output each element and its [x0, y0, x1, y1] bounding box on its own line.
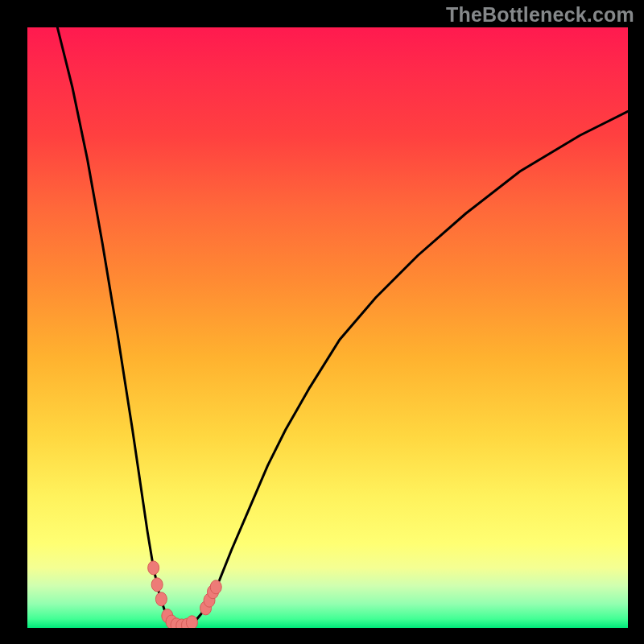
data-marker	[210, 580, 221, 594]
chart-svg	[27, 27, 628, 628]
chart-frame: TheBottleneck.com	[0, 0, 644, 644]
bottleneck-curve	[57, 27, 628, 626]
watermark-text: TheBottleneck.com	[446, 3, 634, 27]
data-marker	[148, 561, 159, 575]
data-marker	[186, 616, 197, 628]
data-markers	[148, 561, 222, 628]
data-marker	[155, 592, 167, 606]
data-marker	[151, 578, 163, 592]
